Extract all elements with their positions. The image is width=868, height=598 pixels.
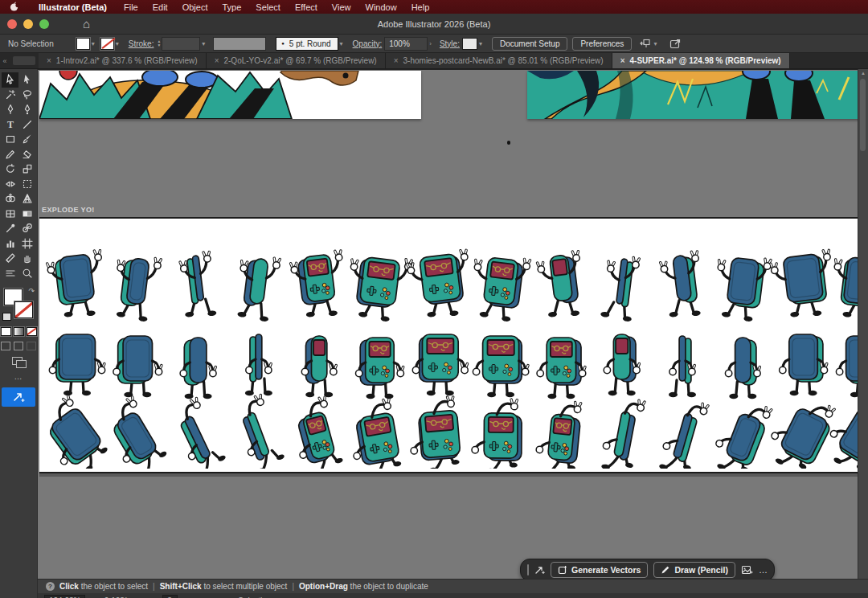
gameboy-sprite[interactable] <box>712 253 772 323</box>
gameboy-sprite[interactable] <box>473 336 528 397</box>
rectangle-tool[interactable] <box>2 132 18 147</box>
pencil-tool[interactable] <box>2 147 18 162</box>
preferences-button[interactable]: Preferences <box>572 37 632 51</box>
gameboy-sprite[interactable] <box>536 251 587 320</box>
stroke-weight-chevron-icon[interactable]: ▾ <box>202 40 205 47</box>
generate-vectors-button[interactable]: Generate Vectors <box>551 562 648 578</box>
menu-item-illustrator-beta-[interactable]: Illustrator (Beta) <box>31 2 117 12</box>
contextual-task-bar[interactable]: Generate Vectors Draw (Pencil) … <box>520 559 775 579</box>
gameboy-sprite[interactable] <box>301 336 337 397</box>
gameboy-sprite[interactable] <box>178 252 218 319</box>
mesh-tool[interactable] <box>2 207 18 222</box>
menu-item-effect[interactable]: Effect <box>288 2 325 12</box>
gameboy-sprite[interactable] <box>49 334 104 395</box>
scale-tool[interactable] <box>18 162 35 177</box>
style-label[interactable]: Style: <box>440 39 460 48</box>
gameboy-sprite[interactable] <box>231 395 288 469</box>
eraser-tool[interactable] <box>18 147 35 162</box>
style-chevron-icon[interactable]: ▾ <box>479 40 482 47</box>
share-document-icon[interactable] <box>669 39 681 49</box>
gameboy-sprite[interactable] <box>98 396 171 469</box>
edit-toolbar-icon[interactable]: … <box>14 372 23 381</box>
gameboy-sprite[interactable] <box>180 338 216 399</box>
width-tool[interactable] <box>2 177 18 192</box>
default-fill-stroke-icon[interactable] <box>2 313 11 321</box>
document-setup-button[interactable]: Document Setup <box>492 37 568 51</box>
lasso-tool[interactable] <box>18 88 35 103</box>
artboard-top-right[interactable] <box>527 71 858 119</box>
collapse-panels-icon[interactable]: « <box>0 53 10 68</box>
taskbar-drag-handle[interactable] <box>527 564 529 575</box>
menu-item-view[interactable]: View <box>325 2 358 12</box>
brush-definition-dropdown[interactable]: ● 5 pt. Round <box>276 37 338 51</box>
scrollbar-thumb[interactable] <box>860 79 866 151</box>
gameboy-sprite[interactable] <box>657 396 709 469</box>
free-transform-tool[interactable] <box>18 177 35 192</box>
stroke-weight-dropdown[interactable] <box>162 37 200 51</box>
isolate-chevron-icon[interactable]: ▾ <box>653 40 657 47</box>
gameboy-sprite[interactable] <box>113 336 162 397</box>
none-button[interactable] <box>27 327 37 336</box>
gradient-tool[interactable] <box>18 207 35 222</box>
artboard-explode-yo[interactable] <box>39 217 858 473</box>
style-swatch[interactable] <box>462 38 477 50</box>
document-tab-1[interactable]: ×1-Introv2.ai* @ 337.6 % (RGB/Preview) <box>39 53 207 68</box>
variable-width-profile[interactable] <box>213 37 266 51</box>
document-canvas[interactable]: EXPLODE YO! Generate Vectors <box>38 69 858 579</box>
gameboy-sprite[interactable] <box>111 254 162 323</box>
menu-item-window[interactable]: Window <box>358 2 404 12</box>
line-segment-tool[interactable] <box>18 117 35 133</box>
fill-chevron-icon[interactable]: ▾ <box>92 40 95 47</box>
gameboy-sprite[interactable] <box>472 399 522 469</box>
gameboy-sprite[interactable] <box>39 395 112 469</box>
gameboy-sprite[interactable] <box>829 253 858 324</box>
isolate-selected-icon[interactable]: ▾ <box>640 39 658 49</box>
scroll-up-icon[interactable]: ▴ <box>858 70 868 76</box>
artboard-tool[interactable] <box>18 236 35 252</box>
gameboy-sprite[interactable] <box>780 334 828 395</box>
artboard-number-field[interactable]: 3 <box>162 595 178 598</box>
stroke-stepper[interactable]: ▴▾ <box>158 39 160 47</box>
gameboy-sprite[interactable] <box>534 399 582 469</box>
zoom-tool[interactable] <box>18 266 35 281</box>
swap-fill-stroke-icon[interactable]: ↷ <box>28 287 35 295</box>
draw-pencil-button[interactable]: Draw (Pencil) <box>653 562 735 578</box>
gameboy-sprite[interactable] <box>836 336 858 397</box>
reference-image-icon[interactable] <box>741 565 753 575</box>
menu-item-edit[interactable]: Edit <box>145 2 175 12</box>
gameboy-sprite[interactable] <box>406 250 474 321</box>
screen-mode-icon[interactable] <box>12 357 25 367</box>
menu-item-type[interactable]: Type <box>215 2 248 12</box>
align-tool[interactable] <box>2 266 18 281</box>
gradient-button[interactable] <box>14 327 24 336</box>
menu-item-help[interactable]: Help <box>404 2 437 12</box>
type-tool[interactable]: T <box>2 117 18 133</box>
curvature-tool[interactable] <box>18 102 35 117</box>
pen-tool[interactable] <box>2 102 18 117</box>
assistant-button[interactable] <box>2 387 35 407</box>
gameboy-sprite[interactable] <box>669 336 696 397</box>
tab-close-icon[interactable]: × <box>620 56 625 65</box>
gameboy-sprite[interactable] <box>345 399 403 469</box>
color-button[interactable] <box>1 327 11 336</box>
help-icon[interactable]: ? <box>46 582 55 591</box>
menu-item-select[interactable]: Select <box>248 2 288 12</box>
gameboy-sprite[interactable] <box>167 398 229 469</box>
gameboy-sprite[interactable] <box>537 338 586 399</box>
taskbar-more-icon[interactable]: … <box>759 565 768 575</box>
gameboy-sprite[interactable] <box>761 389 838 469</box>
draw-behind-button[interactable] <box>14 342 23 350</box>
gameboy-sprite[interactable] <box>46 250 108 320</box>
apple-menu-icon[interactable] <box>10 2 18 12</box>
shape-builder-tool[interactable] <box>2 191 18 207</box>
gameboy-sprite[interactable] <box>599 395 645 469</box>
gameboy-sprite[interactable] <box>234 254 280 322</box>
gameboy-sprite[interactable] <box>600 255 641 322</box>
gameboy-sprite[interactable] <box>770 250 837 321</box>
fill-stroke-indicator[interactable]: ↷ <box>2 287 35 322</box>
gameboy-sprite[interactable] <box>287 396 346 469</box>
tab-close-icon[interactable]: × <box>215 56 219 65</box>
brush-chevron-icon[interactable]: ▾ <box>340 40 343 47</box>
selection-tool[interactable] <box>2 72 18 88</box>
magic-wand-tool[interactable] <box>2 88 18 103</box>
